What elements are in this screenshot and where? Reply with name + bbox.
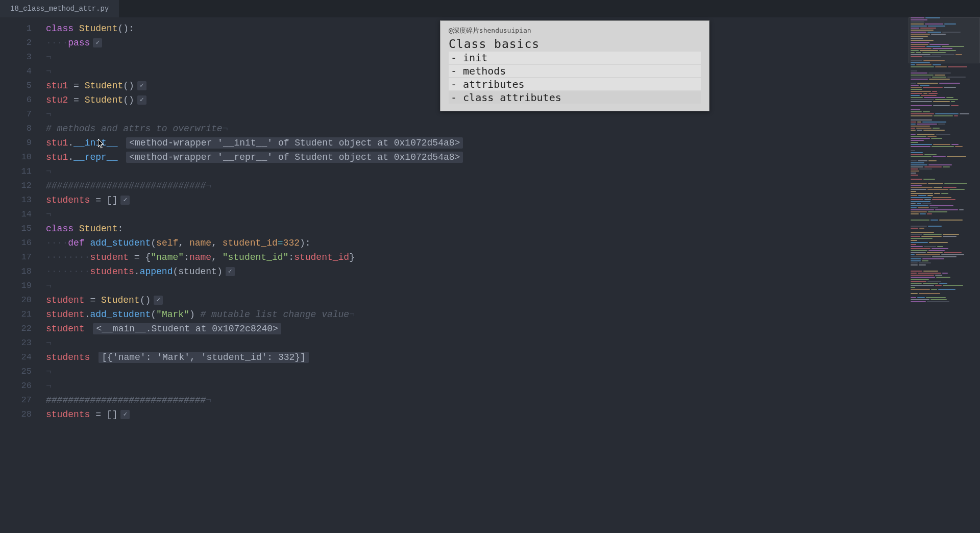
line-number: 16 (0, 236, 32, 250)
inline-result: [{'name': 'Mark', 'student_id': 332}] (99, 352, 309, 363)
inline-result: <__main__.Student at 0x1072c8240> (93, 323, 281, 334)
code-area[interactable]: class Student(): ····pass✓ ¬ ¬ stu1 = St… (46, 17, 909, 533)
code-line-20[interactable]: student = Student()✓ (46, 293, 909, 307)
code-line-10[interactable]: stu1.__repr__ <method-wrapper '__repr__'… (46, 150, 909, 164)
line-number: 25 (0, 365, 32, 379)
inline-result: <method-wrapper '__init__' of Student ob… (126, 137, 463, 149)
line-number: 23 (0, 336, 32, 350)
code-line-24[interactable]: students [{'name': 'Mark', 'student_id':… (46, 350, 909, 365)
line-number: 9 (0, 136, 32, 150)
line-number: 12 (0, 179, 32, 193)
tab-filename: 18_class_method_attr.py (10, 5, 109, 13)
line-number: 15 (0, 222, 32, 236)
code-line-16[interactable]: ····def add_student(self, name, student_… (46, 236, 909, 250)
line-number: 24 (0, 350, 32, 365)
code-line-9[interactable]: stu1.__init__ <method-wrapper '__init__'… (46, 136, 909, 150)
line-number: 2 (0, 36, 32, 50)
notes-overlay-panel: @深度碎片shendusuipian Class basics - init -… (440, 20, 709, 111)
code-line-12[interactable]: #############################¬ (46, 179, 909, 193)
editor-container: 1234567891011121314151617181920212223242… (0, 17, 980, 533)
check-icon[interactable]: ✓ (120, 196, 130, 205)
code-line-26[interactable]: ¬ (46, 379, 909, 393)
code-line-23[interactable]: ¬ (46, 336, 909, 350)
minimap[interactable] (909, 17, 980, 533)
code-line-21[interactable]: student.add_student("Mark") # mutable li… (46, 307, 909, 322)
code-line-19[interactable]: ¬ (46, 279, 909, 293)
line-number: 3 (0, 50, 32, 64)
overlay-item: - class attributes (449, 91, 701, 104)
overlay-item: - init (449, 52, 701, 64)
line-number: 17 (0, 250, 32, 264)
line-number: 19 (0, 279, 32, 293)
code-line-22[interactable]: student <__main__.Student at 0x1072c8240… (46, 322, 909, 336)
overlay-title: Class basics (449, 37, 701, 51)
code-line-25[interactable]: ¬ (46, 365, 909, 379)
inline-result: <method-wrapper '__repr__' of Student ob… (126, 152, 463, 163)
check-icon[interactable]: ✓ (93, 38, 102, 47)
line-number: 22 (0, 322, 32, 336)
code-line-13[interactable]: students = []✓ (46, 193, 909, 207)
overlay-header: @深度碎片shendusuipian (449, 26, 701, 35)
overlay-item: - attributes (449, 78, 701, 90)
code-line-18[interactable]: ········students.append(student)✓ (46, 264, 909, 279)
check-icon[interactable]: ✓ (120, 410, 130, 419)
line-number: 21 (0, 307, 32, 322)
overlay-item: - methods (449, 65, 701, 77)
check-icon[interactable]: ✓ (137, 81, 146, 90)
line-number: 7 (0, 107, 32, 122)
line-number: 11 (0, 164, 32, 179)
line-number: 10 (0, 150, 32, 164)
line-number: 20 (0, 293, 32, 307)
code-line-28[interactable]: students = []✓ (46, 407, 909, 422)
line-number: 6 (0, 93, 32, 107)
line-number: 18 (0, 264, 32, 279)
check-icon[interactable]: ✓ (137, 95, 146, 105)
line-number: 8 (0, 122, 32, 136)
code-line-27[interactable]: #############################¬ (46, 393, 909, 407)
line-number: 4 (0, 64, 32, 79)
check-icon[interactable]: ✓ (226, 267, 235, 276)
code-line-14[interactable]: ¬ (46, 207, 909, 222)
line-number: 14 (0, 207, 32, 222)
line-number-gutter: 1234567891011121314151617181920212223242… (0, 17, 46, 533)
code-line-15[interactable]: class Student: (46, 222, 909, 236)
line-number: 13 (0, 193, 32, 207)
check-icon[interactable]: ✓ (154, 296, 163, 305)
code-line-8[interactable]: # methods and attrs to overwrite¬ (46, 122, 909, 136)
line-number: 27 (0, 393, 32, 407)
line-number: 26 (0, 379, 32, 393)
file-tab[interactable]: 18_class_method_attr.py (0, 0, 119, 17)
code-line-11[interactable]: ¬ (46, 164, 909, 179)
line-number: 1 (0, 21, 32, 36)
line-number: 28 (0, 407, 32, 422)
tab-bar: 18_class_method_attr.py (0, 0, 980, 17)
code-line-17[interactable]: ········student = {"name":name, "student… (46, 250, 909, 264)
line-number: 5 (0, 79, 32, 93)
